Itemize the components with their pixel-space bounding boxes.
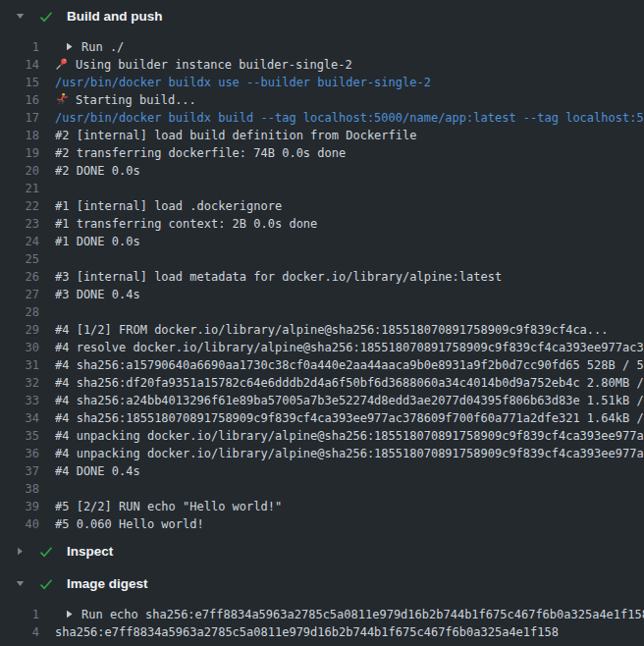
line-number-link[interactable]: 1 <box>0 38 39 56</box>
line-number-link[interactable]: 15 <box>0 74 39 91</box>
log-line: 40#5 0.060 Hello world! <box>0 515 644 533</box>
line-number-link[interactable]: 39 <box>0 498 39 515</box>
section-title: Image digest <box>67 576 148 591</box>
check-icon[interactable] <box>38 576 54 592</box>
line-number-link[interactable]: 38 <box>0 480 39 498</box>
log-line: 1Run echo sha256:e7ff8834a5963a2785c5a08… <box>0 606 644 623</box>
log-line: 24#1 DONE 0.0s <box>0 233 644 250</box>
log-line: 20#2 DONE 0.0s <box>0 162 644 180</box>
log-block-build-and-push: 1Run ./14Using builder instance builder-… <box>0 32 644 535</box>
log-text: #4 unpacking docker.io/library/alpine@sh… <box>55 429 644 443</box>
log-text: #4 sha256:a24bb4013296f61e89ba57005a7b3e… <box>55 394 644 407</box>
line-number-link[interactable]: 30 <box>0 339 39 356</box>
line-number-link[interactable]: 21 <box>0 180 39 197</box>
line-number-link[interactable]: 23 <box>0 215 39 233</box>
line-number-link[interactable]: 18 <box>0 127 39 144</box>
log-line-content: /usr/bin/docker buildx use --builder bui… <box>55 74 644 91</box>
log-line-content: #5 [2/2] RUN echo "Hello world!" <box>55 498 644 515</box>
log-text: #4 resolve docker.io/library/alpine@sha2… <box>55 341 644 354</box>
log-line: 34#4 sha256:185518070891758909c9f839cf4c… <box>0 409 644 427</box>
chevron-down-icon[interactable] <box>14 578 26 589</box>
line-number-link[interactable]: 22 <box>0 197 39 215</box>
log-text: #3 [internal] load metadata for docker.i… <box>55 270 502 284</box>
log-line-content: #3 [internal] load metadata for docker.i… <box>55 268 644 286</box>
log-line: 15/usr/bin/docker buildx use --builder b… <box>0 74 644 91</box>
chevron-down-icon[interactable] <box>14 11 26 22</box>
log-line: 22#1 [internal] load .dockerignore <box>0 197 644 215</box>
log-line: 35#4 unpacking docker.io/library/alpine@… <box>0 427 644 445</box>
log-line-content: /usr/bin/docker buildx build --tag local… <box>55 109 644 127</box>
log-text: /usr/bin/docker buildx use --builder bui… <box>55 76 431 89</box>
chevron-right-icon[interactable] <box>14 546 26 557</box>
workflow-log-panel: Build and push1Run ./14Using builder ins… <box>0 0 644 646</box>
log-text: #1 [internal] load .dockerignore <box>55 199 282 213</box>
line-number-link[interactable]: 40 <box>0 515 39 533</box>
log-line: 1Run ./ <box>0 38 644 56</box>
line-number-link[interactable]: 19 <box>0 144 39 162</box>
line-number-link[interactable]: 33 <box>0 392 39 409</box>
log-line-content: #2 [internal] load build definition from… <box>55 127 644 144</box>
line-number-link[interactable]: 35 <box>0 427 39 445</box>
log-line: 16Starting build... <box>0 91 644 109</box>
line-number-link[interactable]: 36 <box>0 445 39 462</box>
line-number-link[interactable]: 28 <box>0 303 39 321</box>
log-line-content: #4 DONE 0.4s <box>55 462 644 480</box>
log-text: #4 sha256:df20fa9351a15782c64e6dddb2d4a6… <box>55 376 644 390</box>
line-number-link[interactable]: 1 <box>0 606 39 623</box>
check-icon[interactable] <box>38 9 54 25</box>
section-title: Inspect <box>67 544 113 559</box>
log-text: #5 0.060 Hello world! <box>55 517 204 531</box>
check-icon[interactable] <box>38 544 54 560</box>
runner-icon[interactable] <box>55 92 69 106</box>
run-toggle-icon[interactable] <box>65 38 74 56</box>
log-line-content: Run ./ <box>55 38 644 56</box>
section-header-image-digest[interactable]: Image digest <box>0 567 644 600</box>
line-number-link[interactable]: 24 <box>0 233 39 250</box>
line-number-link[interactable]: 32 <box>0 374 39 392</box>
log-line: 31#4 sha256:a15790640a6690aa1730c38cf0a4… <box>0 356 644 374</box>
line-number-link[interactable]: 26 <box>0 268 39 286</box>
log-line: 29#4 [1/2] FROM docker.io/library/alpine… <box>0 321 644 339</box>
line-number-link[interactable]: 29 <box>0 321 39 339</box>
section-header-inspect[interactable]: Inspect <box>0 535 644 567</box>
line-number-link[interactable]: 4 <box>0 623 39 641</box>
log-line: 30#4 resolve docker.io/library/alpine@sh… <box>0 339 644 356</box>
line-number-link[interactable]: 16 <box>0 91 39 109</box>
log-line-content: #4 sha256:df20fa9351a15782c64e6dddb2d4a6… <box>55 374 644 392</box>
log-text: #1 DONE 0.0s <box>55 235 140 248</box>
log-text: /usr/bin/docker buildx build --tag local… <box>55 111 644 125</box>
log-text: Starting build... <box>76 93 196 107</box>
pushpin-icon[interactable] <box>55 57 69 71</box>
log-line: 36#4 unpacking docker.io/library/alpine@… <box>0 445 644 462</box>
log-text: #3 DONE 0.4s <box>55 288 140 301</box>
log-line-content: #4 unpacking docker.io/library/alpine@sh… <box>55 445 644 462</box>
log-line-content: #4 sha256:a24bb4013296f61e89ba57005a7b3e… <box>55 392 644 409</box>
log-line: 4sha256:e7ff8834a5963a2785c5a0811e979d16… <box>0 623 644 641</box>
line-number-link[interactable]: 27 <box>0 286 39 303</box>
log-text: sha256:e7ff8834a5963a2785c5a0811e979d16b… <box>55 625 559 639</box>
log-line: 28 <box>0 303 644 321</box>
line-number-link[interactable]: 25 <box>0 250 39 268</box>
line-number-link[interactable]: 37 <box>0 462 39 480</box>
line-number-link[interactable]: 17 <box>0 109 39 127</box>
section-title: Build and push <box>67 9 163 24</box>
log-text: #4 [1/2] FROM docker.io/library/alpine@s… <box>55 323 609 337</box>
run-toggle-icon[interactable] <box>65 606 74 623</box>
log-line: 39#5 [2/2] RUN echo "Hello world!" <box>0 498 644 515</box>
log-line-content: #1 transferring context: 2B 0.0s done <box>55 215 644 233</box>
log-text: Run echo sha256:e7ff8834a5963a2785c5a081… <box>81 608 644 621</box>
line-number-link[interactable]: 14 <box>0 56 39 74</box>
line-number-link[interactable]: 31 <box>0 356 39 374</box>
log-line: 21 <box>0 180 644 197</box>
log-line-content: #4 unpacking docker.io/library/alpine@sh… <box>55 427 644 445</box>
log-line-content: #2 transferring dockerfile: 74B 0.0s don… <box>55 144 644 162</box>
section-header-build-and-push[interactable]: Build and push <box>0 0 644 32</box>
log-text: #5 [2/2] RUN echo "Hello world!" <box>55 500 282 513</box>
log-line: 37#4 DONE 0.4s <box>0 462 644 480</box>
log-line-content <box>55 303 644 321</box>
log-text: #4 DONE 0.4s <box>55 464 140 478</box>
line-number-link[interactable]: 20 <box>0 162 39 180</box>
log-line-content: #3 DONE 0.4s <box>55 286 644 303</box>
log-line-content <box>55 180 644 197</box>
line-number-link[interactable]: 34 <box>0 409 39 427</box>
